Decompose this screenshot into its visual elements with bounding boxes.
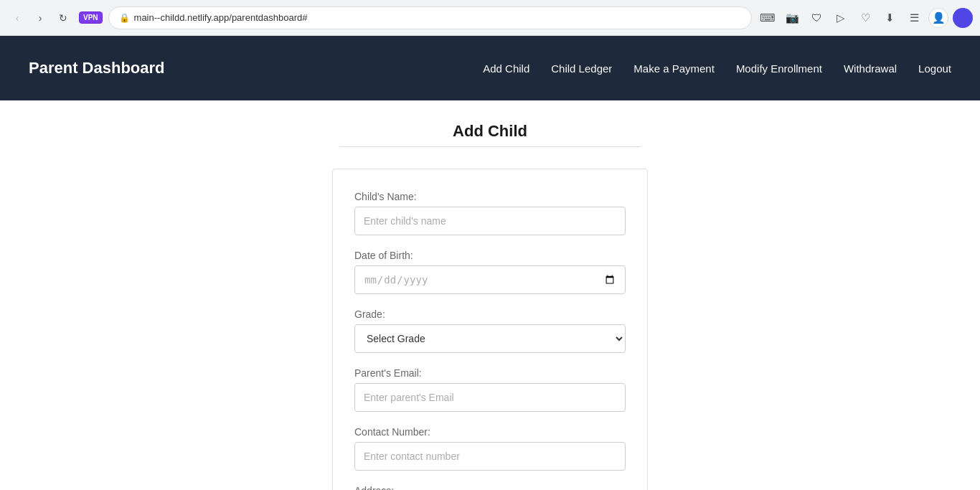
extension-icon[interactable] bbox=[953, 8, 973, 28]
main-content: Add Child Child's Name: Date of Birth: G… bbox=[0, 100, 980, 490]
address-label: Address: bbox=[354, 485, 626, 490]
nav-withdrawal[interactable]: Withdrawal bbox=[844, 62, 897, 75]
grade-group: Grade: Select Grade Kindergarten Grade 1… bbox=[354, 308, 626, 353]
address-group: Address: bbox=[354, 485, 626, 490]
parents-email-group: Parent's Email: bbox=[354, 367, 626, 412]
reload-button[interactable]: ↻ bbox=[53, 8, 73, 28]
camera-icon[interactable]: 📷 bbox=[782, 8, 802, 28]
browser-actions: ⌨ 📷 🛡 ▷ ♡ ⬇ ☰ 👤 bbox=[758, 8, 973, 28]
contact-number-group: Contact Number: bbox=[354, 426, 626, 471]
title-divider bbox=[339, 146, 641, 147]
navbar-links: Add Child Child Ledger Make a Payment Mo… bbox=[483, 62, 951, 75]
menu-icon[interactable]: ☰ bbox=[904, 8, 924, 28]
play-icon[interactable]: ▷ bbox=[831, 8, 851, 28]
nav-make-payment[interactable]: Make a Payment bbox=[633, 62, 715, 75]
page-title: Add Child bbox=[14, 122, 966, 141]
back-button[interactable]: ‹ bbox=[7, 8, 27, 28]
browser-chrome: ‹ › ↻ VPN 🔒 main--childd.netlify.app/par… bbox=[0, 0, 980, 36]
contact-number-label: Contact Number: bbox=[354, 426, 626, 438]
navbar: Parent Dashboard Add Child Child Ledger … bbox=[0, 36, 980, 100]
nav-logout[interactable]: Logout bbox=[918, 62, 951, 75]
download-icon[interactable]: ⬇ bbox=[880, 8, 900, 28]
grade-select[interactable]: Select Grade Kindergarten Grade 1 Grade … bbox=[354, 324, 626, 353]
grade-label: Grade: bbox=[354, 308, 626, 320]
heart-icon[interactable]: ♡ bbox=[855, 8, 875, 28]
contact-number-input[interactable] bbox=[354, 442, 626, 471]
url-text: main--childd.netlify.app/parentdashboard… bbox=[134, 12, 308, 23]
nav-child-ledger[interactable]: Child Ledger bbox=[551, 62, 612, 75]
navbar-brand: Parent Dashboard bbox=[29, 59, 165, 77]
forward-button[interactable]: › bbox=[30, 8, 50, 28]
address-bar[interactable]: 🔒 main--childd.netlify.app/parentdashboa… bbox=[108, 6, 752, 29]
parents-email-input[interactable] bbox=[354, 383, 626, 412]
childs-name-group: Child's Name: bbox=[354, 191, 626, 235]
nav-add-child[interactable]: Add Child bbox=[483, 62, 529, 75]
add-child-form: Child's Name: Date of Birth: Grade: Sele… bbox=[332, 169, 648, 490]
nav-modify-enrollment[interactable]: Modify Enrollment bbox=[736, 62, 822, 75]
shield-icon[interactable]: 🛡 bbox=[806, 8, 826, 28]
screenshot-icon[interactable]: ⌨ bbox=[758, 8, 778, 28]
childs-name-input[interactable] bbox=[354, 207, 626, 235]
dob-input[interactable] bbox=[354, 265, 626, 294]
dob-group: Date of Birth: bbox=[354, 250, 626, 294]
nav-buttons: ‹ › ↻ bbox=[7, 8, 73, 28]
profile-button[interactable]: 👤 bbox=[928, 8, 948, 28]
lock-icon: 🔒 bbox=[119, 13, 130, 23]
dob-label: Date of Birth: bbox=[354, 250, 626, 261]
childs-name-label: Child's Name: bbox=[354, 191, 626, 202]
parents-email-label: Parent's Email: bbox=[354, 367, 626, 379]
vpn-badge: VPN bbox=[79, 11, 103, 24]
